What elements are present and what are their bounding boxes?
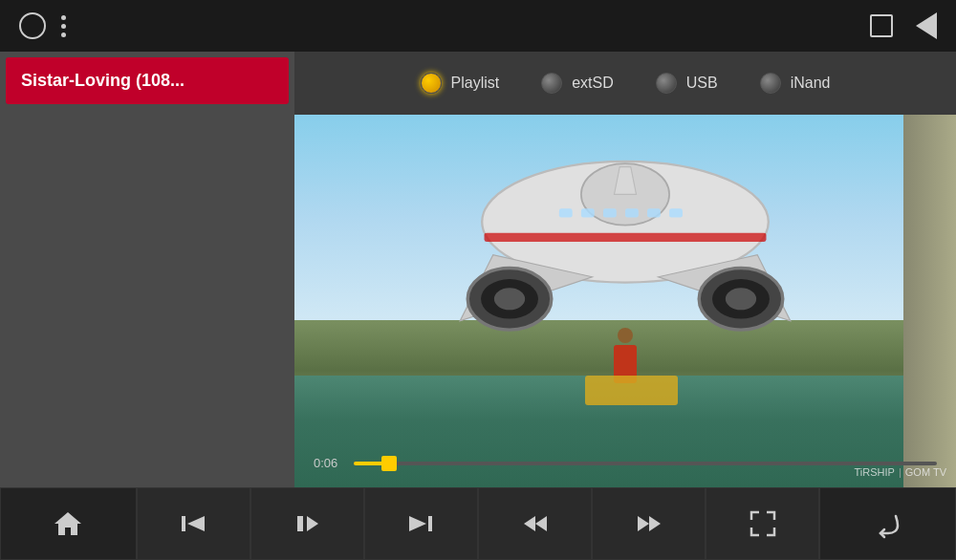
svg-rect-5 [603, 208, 617, 217]
main-area: Playlist extSD USB iNand [294, 52, 956, 487]
svg-rect-3 [559, 208, 573, 217]
next-track-button[interactable] [364, 487, 478, 560]
return-button[interactable] [819, 487, 956, 560]
current-track-item[interactable]: Sistar-Loving (108... [6, 57, 289, 104]
svg-marker-30 [649, 516, 661, 531]
fast-forward-icon [634, 508, 664, 539]
usb-led [656, 73, 677, 94]
playlist-led [421, 73, 442, 94]
svg-marker-28 [535, 516, 547, 531]
home-button[interactable] [0, 487, 137, 560]
progress-track[interactable] [354, 462, 937, 465]
extsd-led [541, 73, 562, 94]
return-icon [873, 508, 903, 539]
svg-rect-21 [182, 516, 185, 531]
svg-marker-29 [638, 516, 649, 531]
home-icon [53, 508, 83, 539]
svg-marker-27 [524, 516, 535, 531]
inand-led [760, 73, 781, 94]
svg-rect-7 [647, 208, 661, 217]
svg-marker-22 [187, 516, 205, 531]
svg-marker-26 [409, 516, 426, 531]
fullscreen-button[interactable] [706, 487, 819, 560]
svg-rect-6 [625, 208, 639, 217]
playlist-label: Playlist [451, 75, 500, 92]
right-structure [903, 115, 956, 487]
video-area[interactable]: 0:06 TiRSHIP | GOM TV [294, 115, 956, 487]
square-icon[interactable] [870, 14, 893, 37]
bottom-controls [0, 487, 956, 560]
tab-usb[interactable]: USB [644, 67, 729, 99]
usb-label: USB [686, 75, 718, 92]
circle-icon [19, 12, 46, 39]
status-bar-left [19, 12, 66, 39]
rewind-button[interactable] [478, 487, 592, 560]
status-bar [0, 0, 956, 52]
svg-rect-4 [581, 208, 595, 217]
watermark: TiRSHIP | GOM TV [855, 466, 946, 478]
prev-track-button[interactable] [137, 487, 250, 560]
prev-track-icon [178, 508, 208, 539]
status-bar-right [870, 12, 937, 39]
progress-thumb[interactable] [381, 456, 397, 471]
play-pause-button[interactable] [250, 487, 364, 560]
svg-marker-24 [307, 516, 318, 531]
watermark-brand2: GOM TV [905, 466, 946, 478]
svg-rect-8 [669, 208, 683, 217]
svg-rect-23 [297, 516, 303, 531]
svg-rect-18 [485, 232, 767, 241]
extsd-label: extSD [572, 75, 614, 92]
next-track-icon [405, 508, 436, 539]
inand-label: iNand [791, 75, 831, 92]
watermark-brand1: TiRSHIP [855, 466, 895, 478]
tab-inand[interactable]: iNand [749, 67, 842, 99]
svg-marker-19 [54, 512, 81, 535]
current-time: 0:06 [314, 456, 344, 470]
source-tabs: Playlist extSD USB iNand [294, 52, 956, 115]
fast-forward-button[interactable] [592, 487, 706, 560]
svg-point-13 [494, 288, 525, 310]
play-pause-icon [292, 508, 322, 539]
svg-point-16 [726, 288, 756, 310]
dots-icon[interactable] [61, 15, 66, 37]
fullscreen-icon [748, 508, 778, 539]
watermark-divider: | [899, 466, 902, 478]
ground-vehicle [585, 376, 678, 405]
tab-extsd[interactable]: extSD [530, 67, 625, 99]
back-arrow-icon[interactable] [916, 12, 937, 39]
svg-rect-25 [428, 516, 432, 531]
rewind-icon [520, 508, 551, 539]
left-panel: Sistar-Loving (108... [0, 52, 294, 487]
tab-playlist[interactable]: Playlist [409, 67, 511, 99]
video-frame: 0:06 TiRSHIP | GOM TV [294, 115, 956, 487]
